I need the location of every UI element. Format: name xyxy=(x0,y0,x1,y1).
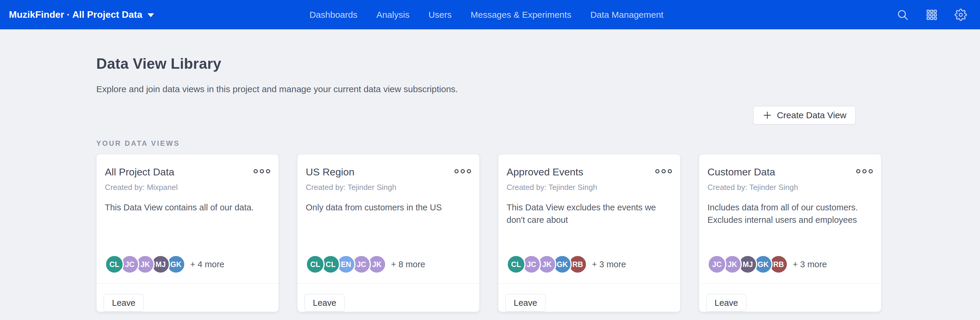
search-icon[interactable] xyxy=(896,9,909,21)
data-view-card: All Project Data Created by: Mixpanel Th… xyxy=(96,154,279,312)
plus-icon xyxy=(762,110,772,120)
member-avatar: CL xyxy=(306,255,325,274)
page-title: Data View Library xyxy=(96,55,881,72)
card-title: All Project Data xyxy=(105,166,174,178)
more-options-button[interactable] xyxy=(654,166,672,175)
member-avatar: CL xyxy=(507,255,525,274)
card-created-by: Created by: Tejinder Singh xyxy=(708,183,873,192)
card-description: This Data View excludes the events we do… xyxy=(507,201,672,226)
card-title: Approved Events xyxy=(507,166,583,178)
leave-button[interactable]: Leave xyxy=(104,294,144,312)
more-members-count: + 3 more xyxy=(592,260,626,269)
project-switcher-label: MuzikFinder · All Project Data xyxy=(9,9,142,20)
apps-grid-icon[interactable] xyxy=(926,9,938,21)
more-members-count: + 8 more xyxy=(391,260,425,269)
project-switcher[interactable]: MuzikFinder · All Project Data xyxy=(9,9,154,20)
card-description: This Data View contains all of our data. xyxy=(105,201,270,213)
top-nav: MuzikFinder · All Project Data Dashboard… xyxy=(0,0,980,29)
nav-item-users[interactable]: Users xyxy=(428,10,452,20)
more-options-button[interactable] xyxy=(252,166,270,175)
nav-item-messages-experiments[interactable]: Messages & Experiments xyxy=(471,10,571,20)
chevron-down-icon xyxy=(148,13,154,17)
member-avatars: CL CL EN JC JK + 8 more xyxy=(306,255,471,274)
data-view-card: Approved Events Created by: Tejinder Sin… xyxy=(498,154,681,312)
nav-menu: Dashboards Analysis Users Messages & Exp… xyxy=(310,0,663,29)
card-description: Only data from customers in the US xyxy=(306,201,471,213)
card-created-by: Created by: Tejinder Singh xyxy=(507,183,672,192)
member-avatar: JC xyxy=(708,255,726,274)
card-created-by: Created by: Tejinder Singh xyxy=(306,183,471,192)
main-content: Data View Library Explore and join data … xyxy=(0,55,980,312)
member-avatars: CL JC JK MJ GK + 4 more xyxy=(105,255,270,274)
page-subtitle: Explore and join data views in this proj… xyxy=(96,84,881,94)
card-title: US Region xyxy=(306,166,354,178)
create-data-view-label: Create Data View xyxy=(777,110,846,120)
nav-item-dashboards[interactable]: Dashboards xyxy=(310,10,358,20)
more-options-button[interactable] xyxy=(453,166,471,175)
nav-icons xyxy=(896,9,967,21)
card-title: Customer Data xyxy=(708,166,775,178)
section-label: YOUR DATA VIEWS xyxy=(96,139,881,148)
settings-gear-icon[interactable] xyxy=(955,9,967,21)
leave-button[interactable]: Leave xyxy=(305,294,345,312)
more-members-count: + 4 more xyxy=(190,260,224,269)
member-avatar: CL xyxy=(105,255,124,274)
data-view-card: Customer Data Created by: Tejinder Singh… xyxy=(699,154,881,312)
member-avatars: JC JK MJ GK RB + 3 more xyxy=(708,255,873,274)
nav-item-data-management[interactable]: Data Management xyxy=(590,10,663,20)
nav-item-analysis[interactable]: Analysis xyxy=(376,10,409,20)
data-view-card-grid: All Project Data Created by: Mixpanel Th… xyxy=(96,154,881,312)
leave-button[interactable]: Leave xyxy=(505,294,546,312)
card-created-by: Created by: Mixpanel xyxy=(105,183,270,192)
create-data-view-button[interactable]: Create Data View xyxy=(753,106,856,124)
more-members-count: + 3 more xyxy=(793,260,827,269)
leave-button[interactable]: Leave xyxy=(706,294,746,312)
card-description: Includes data from all of our customers.… xyxy=(708,201,873,226)
member-avatars: CL JC JK GK RB + 3 more xyxy=(507,255,672,274)
more-options-button[interactable] xyxy=(854,166,873,175)
data-view-card: US Region Created by: Tejinder Singh Onl… xyxy=(297,154,480,312)
